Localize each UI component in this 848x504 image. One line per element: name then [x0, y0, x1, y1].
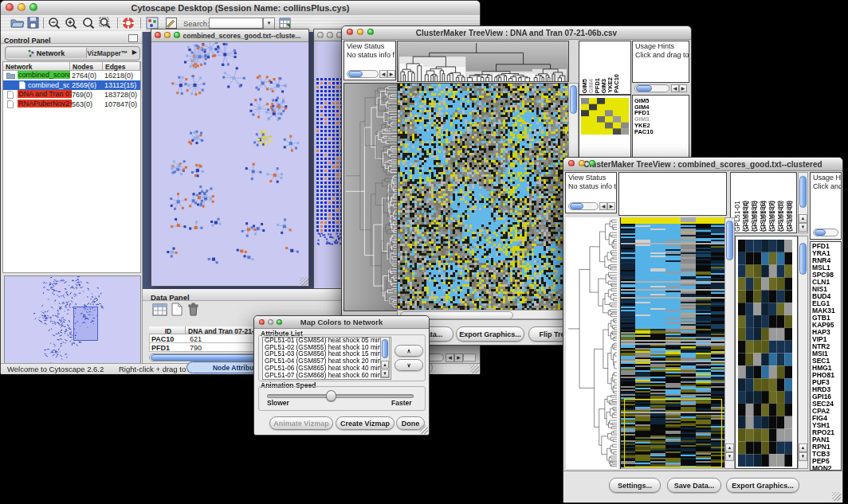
network-row[interactable]: combined_scores 2764(0) 16218(0) [3, 71, 140, 80]
scroll-right-icon[interactable]: ▶ [679, 84, 687, 92]
network-row[interactable]: DNA and Tran 07 769(0) 183728(0) [3, 90, 140, 100]
tab-overflow-arrow[interactable]: ▶ [132, 49, 137, 56]
create-vizmap-button[interactable]: Create Vizmap [336, 416, 395, 430]
float-panel-icon[interactable] [128, 34, 138, 42]
open-folder-icon[interactable] [10, 18, 25, 29]
zoom-window-icon[interactable] [277, 319, 282, 325]
network-overview-panel[interactable] [4, 275, 141, 370]
gene-label[interactable]: MON2 [811, 465, 841, 471]
zoom-vscrollbar[interactable]: ▲ ▼ [798, 236, 808, 469]
column-label[interactable]: PAC10 [613, 74, 619, 93]
close-icon[interactable] [568, 160, 575, 166]
column-label[interactable]: GIM3 [600, 79, 607, 93]
new-attribute-icon[interactable] [171, 303, 183, 316]
move-down-button[interactable]: ∨ [395, 359, 423, 371]
row-dendrogram[interactable] [566, 217, 618, 469]
close-icon[interactable] [347, 29, 353, 35]
column-dendrogram-panel[interactable] [618, 172, 727, 216]
main-titlebar[interactable]: Cytoscape Desktop (Session Name: collins… [1, 1, 480, 16]
column-label[interactable]: GPL51-04 (GSM857) [760, 172, 768, 232]
help-lifering-icon[interactable] [122, 17, 135, 29]
scroll-left-icon[interactable]: ◀ [671, 84, 679, 92]
column-label[interactable]: GPL51-02 (GSM855) [742, 172, 751, 232]
column-label[interactable]: GIM4 [587, 79, 594, 93]
attribute-table-icon[interactable] [152, 303, 167, 316]
scroll-up-icon[interactable]: ▲ [381, 361, 389, 369]
network-view-window-a[interactable]: combined_scores_good.txt--cluste... [151, 29, 309, 287]
close-icon[interactable] [317, 32, 324, 38]
resize-grip[interactable] [300, 277, 308, 286]
scroll-right-icon[interactable]: ▶ [387, 70, 395, 78]
scroll-down-icon[interactable]: ▼ [381, 369, 389, 377]
search-input[interactable] [209, 18, 263, 29]
move-up-button[interactable]: ∧ [395, 345, 423, 357]
scroll-left-icon[interactable]: ◀ [446, 354, 454, 362]
network-view-canvas[interactable] [151, 42, 307, 285]
zoom-out-icon[interactable] [48, 17, 61, 29]
col-header-nodes[interactable]: Nodes [70, 62, 103, 71]
save-icon[interactable] [27, 17, 39, 29]
column-label[interactable]: GPL51-03 (GSM856) [751, 172, 760, 232]
resize-grip[interactable] [832, 492, 841, 501]
zoom-window-icon[interactable] [174, 32, 180, 38]
data-col-id[interactable]: ID [149, 326, 186, 334]
scroll-down-icon[interactable]: ▼ [725, 452, 734, 461]
minimize-icon[interactable] [268, 319, 273, 325]
scroll-up-icon[interactable]: ▲ [725, 443, 734, 452]
column-label[interactable]: YKE2 [607, 77, 613, 93]
usage-hints-scrollbar[interactable] [634, 84, 669, 92]
speed-slider-thumb[interactable] [326, 390, 336, 401]
minimize-icon[interactable] [18, 3, 26, 11]
export-graphics-button[interactable]: Export Graphics... [456, 326, 524, 342]
column-dendrogram[interactable] [397, 41, 569, 82]
scroll-thumb[interactable] [799, 176, 807, 208]
attribute-list[interactable]: GPL51-01 (GSM854) heat shock 05 minGPL51… [262, 337, 391, 380]
network-view-canvas[interactable] [314, 41, 343, 284]
column-label[interactable]: GPL51-07 (GSM868) [777, 172, 786, 232]
attribute-list-vscrollbar[interactable]: ▲ ▼ [380, 337, 390, 378]
save-data-button[interactable]: Save Data... [667, 478, 721, 493]
annotation-icon[interactable] [165, 17, 178, 29]
column-labels-vscrollbar[interactable]: ▲ ▼ [798, 172, 808, 233]
view-status-scrollbar[interactable] [347, 70, 379, 78]
resize-grip[interactable] [470, 365, 479, 373]
speed-slider-track[interactable] [267, 394, 414, 398]
minimize-icon[interactable] [164, 32, 171, 38]
zoom-selected-icon[interactable] [82, 17, 95, 29]
col-header-network[interactable]: Network [3, 62, 70, 71]
attribute-item[interactable]: GPL51-07 (GSM868) heat shock 60 min [263, 373, 391, 380]
minimize-icon[interactable] [579, 160, 585, 166]
treeview2-titlebar[interactable]: ClusterMaker TreeView : combined_scores_… [563, 158, 842, 171]
row-dendrogram[interactable] [344, 83, 398, 311]
treeview1-titlebar[interactable]: ClusterMaker TreeView : DNA and Tran 07-… [342, 26, 691, 40]
zoom-in-icon[interactable] [65, 17, 77, 29]
column-label[interactable]: GPL51-06 (GSM865) [768, 172, 777, 232]
close-icon[interactable] [155, 32, 161, 38]
scroll-thumb[interactable] [799, 243, 807, 275]
scroll-thumb[interactable] [726, 221, 733, 260]
zoom-heatmap[interactable] [738, 240, 792, 467]
tab-network[interactable]: Network [6, 48, 87, 58]
column-label[interactable]: PFD1 [594, 78, 600, 93]
scroll-up-icon[interactable]: ▲ [799, 214, 807, 223]
zoom-window-icon[interactable] [367, 29, 374, 35]
network-row-selected[interactable]: combined_sco 2569(6) 13112(15) [3, 80, 140, 90]
dialog-titlebar[interactable]: Map Colors to Network [254, 316, 429, 329]
close-icon[interactable] [6, 3, 14, 11]
tab-vizmapper[interactable]: VizMapper™ [87, 48, 128, 58]
animate-vizmap-button[interactable]: Animate Vizmap [269, 416, 333, 430]
export-graphics-button[interactable]: Export Graphics... [726, 478, 799, 493]
scroll-down-icon[interactable]: ▼ [799, 223, 807, 232]
resize-grip[interactable] [419, 425, 428, 434]
zoom-window-icon[interactable] [29, 3, 37, 11]
scroll-left-icon[interactable]: ◀ [599, 202, 607, 210]
view-status-scrollbar[interactable] [568, 202, 599, 210]
col-header-edges[interactable]: Edges [103, 62, 140, 71]
minimize-icon[interactable] [327, 32, 333, 38]
summary-heatmap[interactable] [581, 98, 629, 135]
heatmap-canvas[interactable] [397, 83, 569, 311]
network-overview-icon[interactable] [146, 17, 159, 29]
gene-label[interactable]: PAC10 [633, 129, 689, 135]
heatmap-vscrollbar[interactable]: ▲ ▼ [724, 217, 735, 469]
close-icon[interactable] [259, 319, 265, 325]
